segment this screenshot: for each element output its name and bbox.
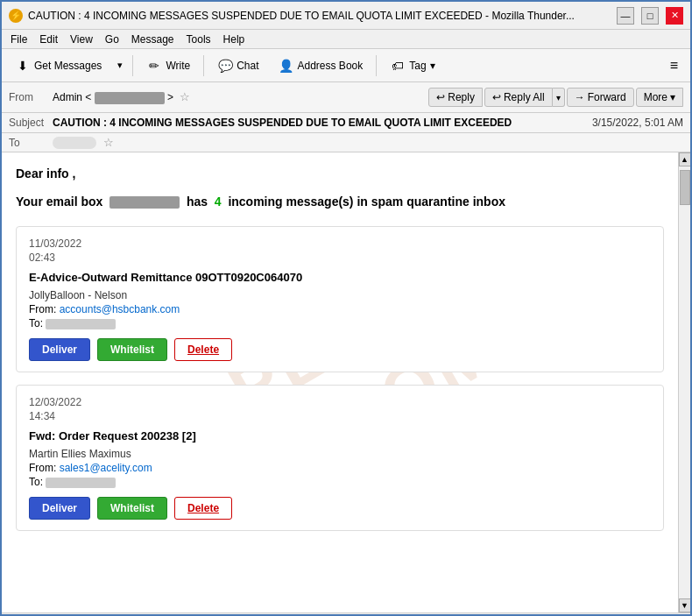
title-bar: ⚡ CAUTION : 4 INCOMING MESSAGES SUSPENDE… <box>2 2 690 30</box>
menu-file[interactable]: File <box>5 32 32 47</box>
email-body: DPLSH.COM Dear info , Your email box has… <box>2 152 678 612</box>
msg1-to-label: To: <box>29 317 43 329</box>
address-book-button[interactable]: 👤 Address Book <box>271 53 371 78</box>
subject-row: Subject CAUTION : 4 INCOMING MESSAGES SU… <box>2 113 690 133</box>
get-messages-dropdown[interactable]: ▾ <box>113 55 127 75</box>
tag-button[interactable]: 🏷 Tag ▾ <box>382 53 442 78</box>
forward-icon: → <box>575 91 585 103</box>
write-icon: ✏ <box>146 58 162 74</box>
msg2-date: 12/03/2022 <box>29 396 651 408</box>
msg1-sender: JollyBalloon - Nelson <box>29 289 651 301</box>
from-value: Admin < > ☆ <box>53 90 428 104</box>
window-title: CAUTION : 4 INCOMING MESSAGES SUSPENDED … <box>28 10 617 22</box>
msg1-buttons: Deliver Whitelist Delete <box>29 338 651 361</box>
reply-all-group: ↩ Reply All ▾ <box>484 88 565 107</box>
menu-go[interactable]: Go <box>100 32 124 47</box>
email-date: 3/15/2022, 5:01 AM <box>592 117 683 129</box>
to-value <box>53 137 96 149</box>
msg1-to-redacted <box>46 319 116 329</box>
menu-edit[interactable]: Edit <box>34 32 63 47</box>
reply-label: Reply <box>448 91 475 103</box>
forward-label: Forward <box>588 91 626 103</box>
menu-help[interactable]: Help <box>218 32 251 47</box>
message-card-1: 11/03/2022 02:43 E-Advice-Outward Remitt… <box>16 226 664 372</box>
from-name: Admin < <box>53 91 91 103</box>
scrollbar: ▲ ▼ <box>678 152 690 612</box>
tag-icon: 🏷 <box>390 58 406 74</box>
msg1-subject: E-Advice-Outward Remittance 09OTT0920C06… <box>29 271 651 284</box>
chat-label: Chat <box>237 60 258 72</box>
reply-group: ↩ Reply <box>428 88 483 107</box>
menu-view[interactable]: View <box>65 32 98 47</box>
msg2-time: 14:34 <box>29 410 651 422</box>
get-messages-button[interactable]: ⬇ Get Messages <box>7 53 109 78</box>
email-body-wrapper: DPLSH.COM Dear info , Your email box has… <box>2 152 690 612</box>
status-bar: ((·)) <box>2 612 690 616</box>
forward-button[interactable]: → Forward <box>567 88 634 107</box>
scroll-up[interactable]: ▲ <box>679 152 691 166</box>
tag-label: Tag <box>409 60 426 72</box>
email-header: From Admin < > ☆ ↩ Reply ↩ Reply All ▾ <box>2 82 690 113</box>
msg2-whitelist-button[interactable]: Whitelist <box>97 497 167 520</box>
toolbar-separator-2 <box>203 55 204 76</box>
msg2-deliver-button[interactable]: Deliver <box>29 497 90 520</box>
message-card-2: 12/03/2022 14:34 Fwd: Order Request 2002… <box>16 385 664 531</box>
chat-button[interactable]: 💬 Chat <box>209 53 266 78</box>
msg1-to: To: <box>29 317 651 329</box>
maximize-button[interactable]: □ <box>641 7 659 25</box>
to-row: To ☆ <box>2 133 690 152</box>
msg2-to: To: <box>29 476 651 488</box>
from-row: From Admin < > ☆ ↩ Reply ↩ Reply All ▾ <box>9 86 683 109</box>
from-email-redacted <box>95 92 165 104</box>
msg2-to-redacted <box>46 478 116 488</box>
close-button[interactable]: ✕ <box>666 7 683 25</box>
scroll-track[interactable] <box>679 166 690 598</box>
scroll-down[interactable]: ▼ <box>679 598 691 612</box>
menu-message[interactable]: Message <box>126 32 180 47</box>
reply-all-button[interactable]: ↩ Reply All <box>484 88 553 107</box>
email-redacted <box>109 196 180 209</box>
msg1-whitelist-button[interactable]: Whitelist <box>97 338 167 361</box>
reply-all-dropdown[interactable]: ▾ <box>553 88 565 107</box>
msg1-from-email[interactable]: accounts@hsbcbank.com <box>60 303 180 315</box>
address-book-icon: 👤 <box>279 58 294 74</box>
email-action-buttons: ↩ Reply ↩ Reply All ▾ → Forward More ▾ <box>428 88 683 107</box>
count-highlight: 4 <box>215 195 222 209</box>
msg1-delete-button[interactable]: Delete <box>174 338 232 361</box>
from-label: From <box>9 91 53 103</box>
minimize-button[interactable]: — <box>617 7 634 25</box>
to-star-icon[interactable]: ☆ <box>103 136 114 149</box>
msg2-sender: Martin Ellies Maximus <box>29 448 651 460</box>
msg2-delete-button[interactable]: Delete <box>174 497 232 520</box>
msg1-deliver-button[interactable]: Deliver <box>29 338 90 361</box>
message-end: incoming message(s) in spam quarantine i… <box>228 195 505 209</box>
msg2-from-label: From: <box>29 462 56 474</box>
msg1-date: 11/03/2022 <box>29 237 651 250</box>
msg2-to-label: To: <box>29 476 43 488</box>
hamburger-menu[interactable]: ≡ <box>663 54 685 77</box>
msg2-from: From: sales1@acelity.com <box>29 462 651 474</box>
window-controls: — □ ✕ <box>617 7 683 25</box>
msg1-time: 02:43 <box>29 251 651 264</box>
tag-dropdown-icon: ▾ <box>430 60 435 72</box>
write-label: Write <box>166 60 190 72</box>
to-label: To <box>9 137 53 149</box>
write-button[interactable]: ✏ Write <box>138 53 198 78</box>
reply-button[interactable]: ↩ Reply <box>428 88 483 107</box>
reply-all-label: Reply All <box>504 91 545 103</box>
reply-all-icon: ↩ <box>492 91 501 103</box>
more-label: More <box>644 91 667 103</box>
more-dropdown-icon: ▾ <box>670 91 675 103</box>
menu-tools[interactable]: Tools <box>181 32 216 47</box>
msg1-from: From: accounts@hsbcbank.com <box>29 303 651 315</box>
from-star-icon[interactable]: ☆ <box>180 90 190 103</box>
toolbar-separator-3 <box>376 55 377 76</box>
reply-icon: ↩ <box>436 91 445 103</box>
from-angle: > <box>167 91 173 103</box>
toolbar: ⬇ Get Messages ▾ ✏ Write 💬 Chat 👤 Addres… <box>2 49 690 82</box>
more-button[interactable]: More ▾ <box>636 88 683 107</box>
chat-icon: 💬 <box>217 58 233 74</box>
scroll-thumb[interactable] <box>680 170 690 205</box>
msg2-from-email[interactable]: sales1@acelity.com <box>60 462 152 474</box>
get-messages-icon: ⬇ <box>15 58 31 74</box>
